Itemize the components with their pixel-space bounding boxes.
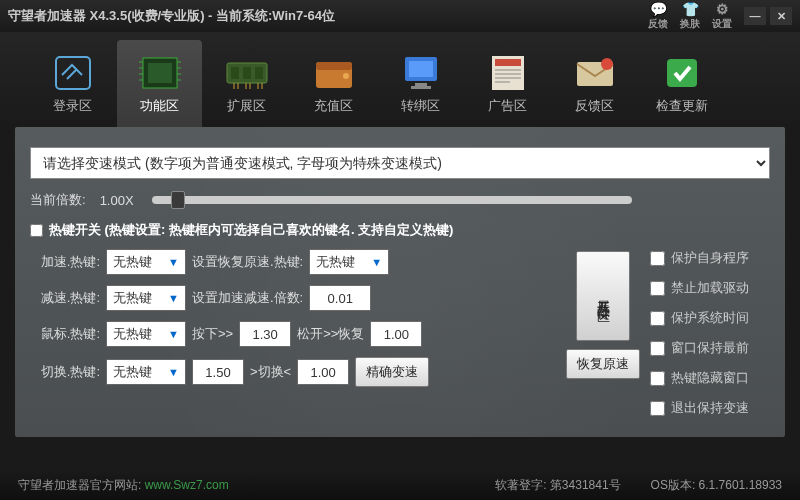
switch-val2-input[interactable] (297, 359, 349, 385)
footer-site-link[interactable]: www.Swz7.com (145, 478, 229, 492)
svg-rect-29 (495, 59, 521, 66)
expand-hotkey-button[interactable]: 展开热键二区 (576, 251, 630, 341)
svg-rect-25 (409, 61, 433, 77)
tab-recharge[interactable]: 充值区 (291, 40, 376, 127)
restore-hotkey-combo[interactable]: 无热键▼ (309, 249, 389, 275)
switch-mid-label: >切换< (250, 363, 291, 381)
decel-hotkey-combo[interactable]: 无热键▼ (106, 285, 186, 311)
decel-label: 减速.热键: (30, 289, 100, 307)
check-disable-driver[interactable]: 禁止加载驱动 (650, 279, 770, 297)
check-protect-time[interactable]: 保护系统时间 (650, 309, 770, 327)
svg-rect-27 (411, 86, 431, 89)
footer-os-ver: OS版本: 6.1.7601.18933 (651, 477, 782, 494)
svg-rect-12 (231, 67, 239, 79)
tab-function[interactable]: 功能区 (117, 40, 202, 127)
svg-rect-22 (316, 62, 352, 70)
skin-icon[interactable]: 👕换肤 (680, 1, 700, 31)
mode-select[interactable]: 请选择变速模式 (数字项为普通变速模式, 字母项为特殊变速模式) (30, 147, 770, 179)
restore-speed-button[interactable]: 恢复原速 (566, 349, 640, 379)
svg-rect-13 (243, 67, 251, 79)
tab-rebind[interactable]: 转绑区 (378, 40, 463, 127)
precise-button[interactable]: 精确变速 (355, 357, 429, 387)
check-keep-on-exit[interactable]: 退出保持变速 (650, 399, 770, 417)
check-topmost[interactable]: 窗口保持最前 (650, 339, 770, 357)
switch-val1-input[interactable] (192, 359, 244, 385)
minimize-button[interactable]: — (744, 7, 766, 25)
tab-login[interactable]: 登录区 (30, 40, 115, 127)
switch-label: 切换.热键: (30, 363, 100, 381)
check-protect-self[interactable]: 保护自身程序 (650, 249, 770, 267)
speed-slider[interactable] (152, 196, 632, 204)
multiplier-value: 1.00X (100, 193, 134, 208)
decel-mid-label: 设置加速减速.倍数: (192, 289, 303, 307)
accel-hotkey-combo[interactable]: 无热键▼ (106, 249, 186, 275)
mouse-hotkey-combo[interactable]: 无热键▼ (106, 321, 186, 347)
accel-label: 加速.热键: (30, 253, 100, 271)
mouse-label: 鼠标.热键: (30, 325, 100, 343)
check-hide-hotkey[interactable]: 热键隐藏窗口 (650, 369, 770, 387)
svg-point-35 (601, 58, 613, 70)
tab-extension[interactable]: 扩展区 (204, 40, 289, 127)
svg-point-23 (343, 73, 349, 79)
window-title: 守望者加速器 X4.3.5(收费/专业版) - 当前系统:Win7-64位 (8, 7, 648, 25)
tab-ads[interactable]: 广告区 (465, 40, 550, 127)
svg-rect-2 (148, 63, 172, 83)
hotkey-toggle-checkbox[interactable] (30, 224, 43, 237)
close-button[interactable]: ✕ (770, 7, 792, 25)
step-multiplier-input[interactable] (309, 285, 371, 311)
mouse-press-input[interactable] (239, 321, 291, 347)
feedback-icon[interactable]: 💬反馈 (648, 1, 668, 31)
mouse-press-label: 按下>> (192, 325, 233, 343)
hotkey-toggle-label: 热键开关 (热键设置: 热键框内可选择自己喜欢的键名. 支持自定义热键) (49, 221, 453, 239)
tab-bar: 登录区 功能区 扩展区 充值区 转绑区 广告区 反馈区 检查更新 (0, 32, 800, 127)
tab-update[interactable]: 检查更新 (639, 40, 724, 127)
mouse-release-input[interactable] (370, 321, 422, 347)
multiplier-label: 当前倍数: (30, 191, 86, 209)
switch-hotkey-combo[interactable]: 无热键▼ (106, 359, 186, 385)
footer-site-label: 守望者加速器官方网站: (18, 478, 141, 492)
tab-feedback[interactable]: 反馈区 (552, 40, 637, 127)
svg-rect-26 (415, 83, 427, 86)
settings-icon[interactable]: ⚙设置 (712, 1, 732, 31)
footer-soft-reg: 软著登字: 第3431841号 (495, 477, 620, 494)
svg-rect-14 (255, 67, 263, 79)
mouse-release-label: 松开>>恢复 (297, 325, 364, 343)
svg-rect-36 (667, 59, 697, 87)
accel-mid-label: 设置恢复原速.热键: (192, 253, 303, 271)
